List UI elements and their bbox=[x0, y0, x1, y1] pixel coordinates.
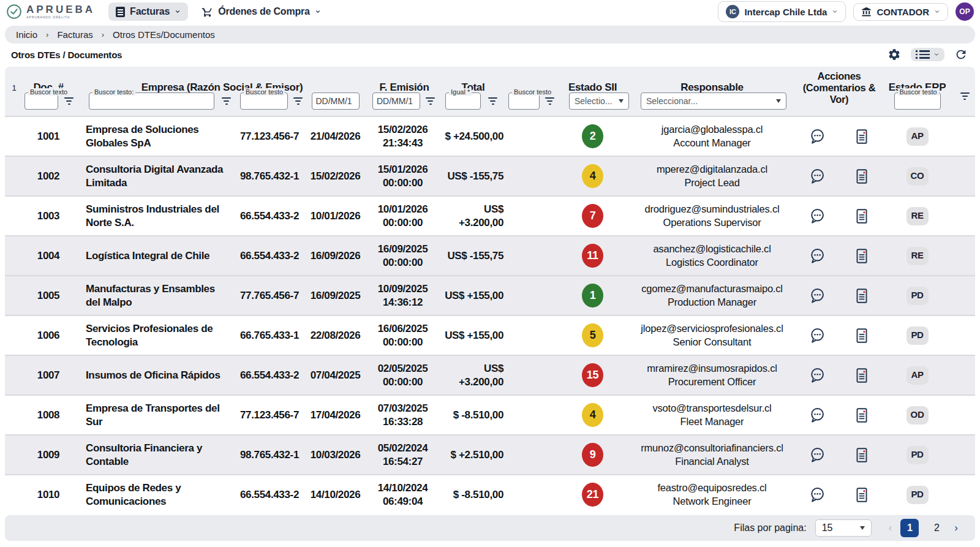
filter-extra-input[interactable]: Buscor testo bbox=[508, 92, 540, 110]
estado-sii-badge[interactable]: 5 bbox=[582, 323, 603, 347]
table-row[interactable]: 1002 Consultoria Digital Avanzada Limita… bbox=[5, 156, 975, 195]
comments-button[interactable] bbox=[809, 168, 826, 185]
view-mode-selector[interactable] bbox=[911, 48, 944, 61]
document-button[interactable] bbox=[854, 367, 870, 384]
document-button[interactable] bbox=[854, 407, 870, 424]
chat-bubble-icon bbox=[809, 486, 826, 504]
next-page-button[interactable]: › bbox=[954, 522, 958, 534]
estado-sii-badge[interactable]: 9 bbox=[582, 443, 603, 467]
settings-button[interactable] bbox=[886, 47, 902, 62]
comments-button[interactable] bbox=[809, 486, 826, 504]
responsable-email: rmunoz@consultoriafinanciers.cl bbox=[631, 442, 793, 455]
document-button[interactable] bbox=[854, 327, 870, 344]
document-button[interactable] bbox=[854, 447, 870, 464]
responsable: jlopez@serviciosprofesionales.cl Senior … bbox=[631, 322, 793, 349]
page-button-1[interactable]: 1 bbox=[900, 519, 919, 537]
filter-icon[interactable] bbox=[64, 97, 74, 105]
filter-emisor-input[interactable]: Buscor testo bbox=[240, 92, 288, 110]
filter-date-from-input[interactable]: DD/MM/1 bbox=[312, 92, 360, 110]
rows-per-page-select[interactable]: 15 bbox=[815, 519, 872, 537]
comments-button[interactable] bbox=[809, 447, 826, 464]
filter-icon[interactable] bbox=[222, 97, 231, 105]
document-button[interactable] bbox=[854, 287, 870, 304]
responsable: drodriguez@sumindustriales.cl Operations… bbox=[631, 203, 793, 229]
breadcrumb-facturas[interactable]: Facturas bbox=[57, 29, 92, 40]
breadcrumb-inicio[interactable]: Inicio bbox=[16, 29, 37, 40]
row-actions bbox=[793, 128, 885, 145]
table-row[interactable]: 1010 Equipos de Redes y Comunicaciones 6… bbox=[5, 474, 975, 514]
table-row[interactable]: 1009 Consultoria Financiera y Contable 9… bbox=[5, 434, 975, 474]
document-icon bbox=[854, 168, 870, 185]
estado-erp-badge: PD bbox=[907, 486, 929, 504]
document-button[interactable] bbox=[854, 247, 870, 265]
filter-icon[interactable] bbox=[960, 92, 970, 100]
table-row[interactable]: 1004 Logística Integral de Chile 66.554.… bbox=[5, 235, 975, 275]
company-label: Intercap Chile Ltda bbox=[744, 7, 827, 17]
estado-erp-badge: AP bbox=[907, 366, 929, 385]
fecha-hora: 15/01/2026 00:00:00 bbox=[368, 163, 438, 189]
responsable: jgarcia@globalesspa.cl Account Manager bbox=[631, 123, 793, 149]
empresa-name: Equipos de Redes y Comunicaciones bbox=[74, 481, 236, 508]
comments-button[interactable] bbox=[809, 208, 826, 225]
estado-sii-badge[interactable]: 2 bbox=[582, 124, 603, 148]
filter-date-to-input[interactable]: DD/MM/1 bbox=[372, 92, 420, 110]
hora: 06:49:04 bbox=[368, 495, 438, 508]
prev-page-button[interactable]: ‹ bbox=[889, 522, 892, 534]
refresh-button[interactable] bbox=[953, 47, 969, 62]
chevron-down-icon bbox=[175, 9, 181, 15]
doc-number: 1006 bbox=[23, 329, 74, 342]
estado-sii-badge[interactable]: 4 bbox=[582, 164, 603, 188]
filter-icon[interactable] bbox=[488, 97, 497, 105]
document-button[interactable] bbox=[854, 486, 870, 504]
document-button[interactable] bbox=[854, 168, 870, 185]
nav-facturas[interactable]: Facturas bbox=[108, 2, 188, 21]
date-placeholder: DD/MM/1 bbox=[316, 96, 352, 106]
fecha-emision: 07/04/2025 bbox=[303, 369, 368, 382]
filter-responsable-select[interactable]: Seleccionar... bbox=[641, 92, 786, 110]
filter-estado-erp-input[interactable]: Buscor testo bbox=[894, 92, 941, 110]
document-button[interactable] bbox=[854, 128, 870, 145]
filter-total-input[interactable]: Igual * bbox=[445, 92, 481, 110]
fecha: 14/10/2024 bbox=[368, 481, 438, 494]
comments-button[interactable] bbox=[809, 128, 826, 145]
fecha: 15/02/2026 bbox=[368, 123, 438, 136]
fecha: 16/09/2025 bbox=[368, 243, 438, 255]
filter-doc-input[interactable]: Buscor texto bbox=[24, 92, 58, 110]
comments-button[interactable] bbox=[809, 407, 826, 424]
breadcrumb-otros-dtes[interactable]: Otros DTEs/Documentos bbox=[113, 29, 215, 40]
estado-sii-badge[interactable]: 21 bbox=[582, 483, 603, 507]
table-row[interactable]: 1006 Servicios Profesionales de Tecnolog… bbox=[5, 315, 975, 355]
filter-icon[interactable] bbox=[426, 97, 435, 105]
estado-sii-badge[interactable]: 15 bbox=[582, 363, 603, 387]
table-row[interactable]: 1003 Suministros Industriales del Norte … bbox=[5, 195, 975, 235]
table-row[interactable]: 1007 Insumos de Oficina Rápidos 66.554.4… bbox=[5, 355, 975, 394]
estado-sii-badge[interactable]: 4 bbox=[582, 403, 603, 427]
comments-button[interactable] bbox=[809, 287, 826, 304]
filter-icon[interactable] bbox=[293, 97, 303, 105]
estado-sii-badge[interactable]: 1 bbox=[582, 284, 603, 307]
document-icon bbox=[854, 447, 870, 464]
role-selector[interactable]: CONTADOR bbox=[853, 3, 948, 21]
responsable-email: jgarcia@globalesspa.cl bbox=[631, 123, 793, 136]
estado-sii-badge[interactable]: 7 bbox=[582, 204, 603, 228]
header-acciones[interactable]: Acciones (Comentarios & Vor) bbox=[793, 70, 885, 105]
table-row[interactable]: 1008 Empresa de Transportes del Sur 77.1… bbox=[5, 394, 975, 434]
chevron-down-icon bbox=[933, 51, 940, 58]
estado-erp-badge: RE bbox=[907, 247, 929, 265]
estado-sii-badge[interactable]: 11 bbox=[582, 244, 603, 268]
nav-ordenes-compra[interactable]: Órdenes de Compra bbox=[194, 2, 328, 21]
filter-estado-sii-select[interactable]: Selectio... bbox=[569, 92, 629, 110]
document-button[interactable] bbox=[854, 208, 870, 225]
table-row[interactable]: 1005 Manufacturas y Ensambles del Malpo … bbox=[5, 275, 975, 315]
comments-button[interactable] bbox=[809, 327, 826, 344]
comments-button[interactable] bbox=[809, 367, 826, 384]
comments-button[interactable] bbox=[809, 247, 826, 265]
filter-estado-erp-label: Buscor testo bbox=[898, 88, 939, 96]
filter-empresa-input[interactable]: Buscor testo: bbox=[89, 92, 214, 110]
total-amount: US$ +155,00 bbox=[438, 289, 508, 302]
user-avatar[interactable]: OP bbox=[956, 2, 974, 21]
company-selector[interactable]: IC Intercap Chile Ltda bbox=[718, 1, 846, 22]
filter-icon[interactable] bbox=[545, 97, 554, 105]
page-button-2[interactable]: 2 bbox=[927, 519, 946, 537]
table-row[interactable]: 1001 Empresa de Soluciones Globales SpA … bbox=[5, 116, 975, 156]
